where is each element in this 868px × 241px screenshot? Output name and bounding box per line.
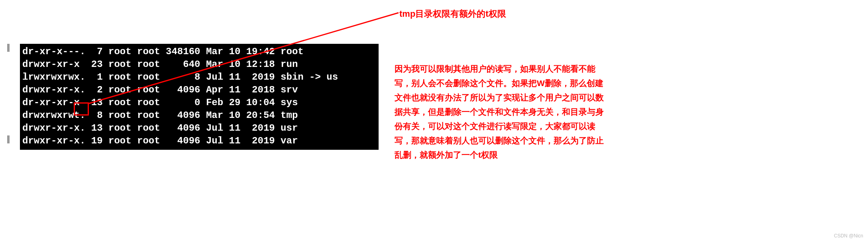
- terminal-row: drwxr-xr-x. 13 root root 4096 Jul 11 201…: [22, 122, 376, 135]
- annotation-title: tmp目录权限有额外的t权限: [399, 8, 506, 20]
- annotation-body: 因为我可以限制其他用户的读写，如果别人不能看不能写，别人会不会删除这个文件。如果…: [395, 62, 610, 162]
- terminal-row: dr-xr-x---. 7 root root 348160 Mar 10 19…: [22, 45, 376, 58]
- terminal-output: dr-xr-x---. 7 root root 348160 Mar 10 19…: [20, 44, 379, 150]
- terminal-row: lrwxrwxrwx. 1 root root 8 Jul 11 2019 sb…: [22, 71, 376, 84]
- terminal-row: drwxr-xr-x. 2 root root 4096 Apr 11 2018…: [22, 84, 376, 96]
- left-margin-ticks: [7, 44, 10, 147]
- highlight-box-t-permission: [74, 102, 89, 116]
- terminal-row: drwxr-xr-x. 19 root root 4096 Jul 11 201…: [22, 135, 376, 147]
- terminal-row: drwxr-xr-x 23 root root 640 Mar 10 12:18…: [22, 58, 376, 71]
- watermark: CSDN @Nicn: [834, 233, 863, 239]
